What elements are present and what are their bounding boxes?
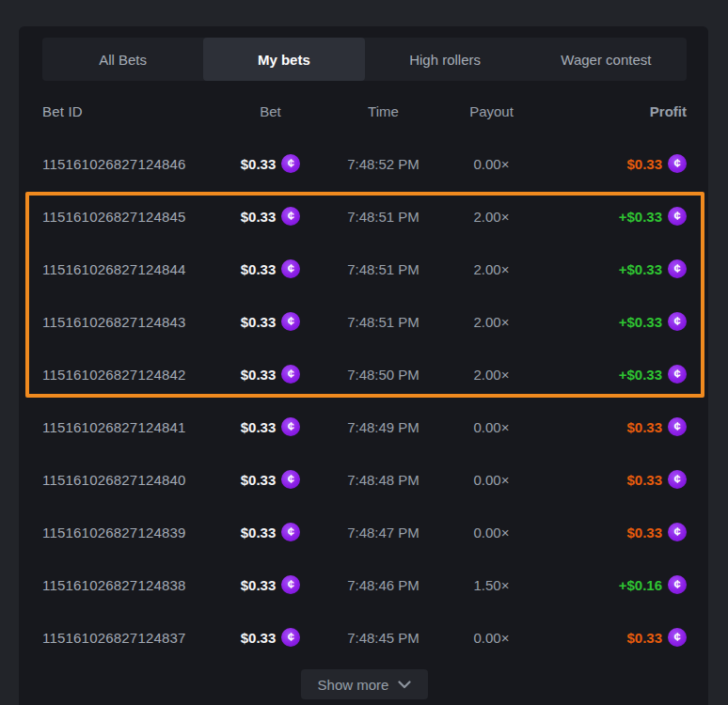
table-header-row: Bet ID Bet Time Payout Profit	[42, 81, 687, 137]
tab-label: My bets	[258, 52, 310, 68]
profit-amount: +$0.33	[619, 261, 662, 277]
table-row[interactable]: 115161026827124841 $0.33 ¢ 7:48:49 PM 0.…	[42, 400, 687, 453]
coin-icon: ¢	[668, 365, 687, 384]
bet-id-cell: 115161026827124840	[42, 472, 221, 488]
bet-amount-cell: $0.33 ¢	[241, 628, 301, 647]
coin-icon: ¢	[668, 470, 687, 489]
bet-amount: $0.33	[241, 419, 277, 435]
bet-id-cell: 115161026827124838	[42, 577, 221, 593]
bet-time-cell: 7:48:46 PM	[347, 577, 419, 593]
bet-id-cell: 115161026827124837	[42, 630, 221, 646]
bet-amount: $0.33	[241, 472, 277, 488]
tab-all-bets[interactable]: All Bets	[42, 38, 203, 81]
profit-cell: $0.33 ¢	[626, 523, 687, 541]
table-row[interactable]: 115161026827124844 $0.33 ¢ 7:48:51 PM 2.…	[42, 243, 687, 295]
bet-id-cell: 115161026827124843	[42, 314, 221, 330]
bet-time-cell: 7:48:52 PM	[347, 156, 419, 172]
bet-time-cell: 7:48:51 PM	[347, 314, 419, 330]
coin-icon: ¢	[281, 523, 300, 541]
table-row[interactable]: 115161026827124837 $0.33 ¢ 7:48:45 PM 0.…	[42, 611, 687, 664]
profit-amount: +$0.16	[619, 577, 662, 593]
table-row[interactable]: 115161026827124838 $0.33 ¢ 7:48:46 PM 1.…	[42, 558, 687, 611]
table-row[interactable]: 115161026827124840 $0.33 ¢ 7:48:48 PM 0.…	[42, 453, 687, 506]
bet-amount-cell: $0.33 ¢	[241, 365, 301, 384]
bet-amount-cell: $0.33 ¢	[241, 154, 301, 173]
table-row[interactable]: 115161026827124843 $0.33 ¢ 7:48:51 PM 2.…	[42, 295, 687, 348]
profit-amount: +$0.33	[619, 314, 662, 330]
chevron-down-icon	[398, 681, 411, 689]
coin-icon: ¢	[281, 417, 300, 436]
coin-icon: ¢	[668, 575, 687, 594]
payout-multiplier-cell: 1.50×	[474, 577, 510, 593]
coin-icon: ¢	[668, 207, 687, 226]
profit-amount: $0.33	[626, 419, 662, 435]
show-more-label: Show more	[318, 677, 389, 693]
payout-multiplier-cell: 0.00×	[474, 419, 510, 435]
table-row[interactable]: 115161026827124839 $0.33 ¢ 7:48:47 PM 0.…	[42, 506, 687, 558]
coin-icon: ¢	[281, 575, 300, 594]
bet-id-cell: 115161026827124844	[42, 261, 221, 277]
payout-multiplier-cell: 2.00×	[474, 314, 510, 330]
profit-amount: +$0.33	[619, 209, 662, 225]
bet-id-cell: 115161026827124841	[42, 419, 221, 435]
table-row[interactable]: 115161026827124846 $0.33 ¢ 7:48:52 PM 0.…	[42, 137, 687, 190]
show-more-container: Show more	[42, 669, 687, 699]
bets-panel: All Bets My bets High rollers Wager cont…	[19, 26, 708, 705]
bet-amount: $0.33	[241, 209, 277, 225]
payout-multiplier-cell: 0.00×	[474, 630, 510, 646]
bet-id-cell: 115161026827124839	[42, 525, 221, 540]
bet-amount-cell: $0.33 ¢	[241, 207, 301, 226]
tab-label: All Bets	[99, 52, 147, 68]
profit-cell: +$0.16 ¢	[619, 575, 687, 594]
bet-time-cell: 7:48:47 PM	[347, 525, 419, 540]
bet-amount-cell: $0.33 ¢	[241, 470, 301, 489]
bet-id-cell: 115161026827124845	[42, 209, 221, 225]
tab-high-rollers[interactable]: High rollers	[365, 38, 526, 81]
coin-icon: ¢	[668, 312, 687, 331]
coin-icon: ¢	[668, 628, 687, 647]
coin-icon: ¢	[281, 259, 300, 278]
profit-amount: +$0.33	[619, 367, 662, 383]
column-header: Profit	[650, 103, 687, 119]
profit-cell: +$0.33 ¢	[619, 207, 687, 226]
coin-icon: ¢	[281, 312, 300, 331]
payout-multiplier-cell: 2.00×	[474, 367, 510, 383]
bet-amount: $0.33	[241, 630, 277, 646]
profit-cell: $0.33 ¢	[626, 154, 687, 173]
bet-amount: $0.33	[241, 314, 277, 330]
bet-amount: $0.33	[241, 367, 277, 383]
profit-cell: +$0.33 ¢	[619, 365, 687, 384]
profit-cell: +$0.33 ¢	[619, 259, 687, 278]
payout-multiplier-cell: 2.00×	[474, 209, 510, 225]
tab-label: Wager contest	[561, 52, 651, 68]
coin-icon: ¢	[281, 628, 300, 647]
column-header: Time	[368, 103, 399, 119]
column-header: Payout	[469, 103, 514, 119]
bet-id-cell: 115161026827124842	[42, 367, 221, 383]
table-row[interactable]: 115161026827124845 $0.33 ¢ 7:48:51 PM 2.…	[42, 190, 687, 243]
profit-cell: $0.33 ¢	[626, 470, 687, 489]
payout-multiplier-cell: 2.00×	[474, 261, 510, 277]
bet-amount-cell: $0.33 ¢	[241, 259, 301, 278]
bet-time-cell: 7:48:51 PM	[347, 209, 419, 225]
profit-amount: $0.33	[626, 525, 662, 540]
bet-amount-cell: $0.33 ¢	[241, 312, 301, 331]
bet-amount: $0.33	[241, 156, 277, 172]
bet-amount: $0.33	[241, 577, 277, 593]
coin-icon: ¢	[281, 207, 300, 226]
show-more-button[interactable]: Show more	[301, 669, 429, 699]
payout-multiplier-cell: 0.00×	[474, 525, 510, 540]
coin-icon: ¢	[281, 470, 300, 489]
tab-my-bets[interactable]: My bets	[203, 38, 364, 81]
tab-wager-contest[interactable]: Wager contest	[526, 38, 687, 81]
bet-amount: $0.33	[241, 261, 277, 277]
profit-amount: $0.33	[626, 156, 662, 172]
bet-time-cell: 7:48:50 PM	[347, 367, 419, 383]
coin-icon: ¢	[668, 259, 687, 278]
coin-icon: ¢	[668, 523, 687, 541]
table-row[interactable]: 115161026827124842 $0.33 ¢ 7:48:50 PM 2.…	[42, 348, 687, 400]
bet-id-cell: 115161026827124846	[42, 156, 221, 172]
column-header: Bet	[260, 103, 281, 119]
bet-amount-cell: $0.33 ¢	[241, 523, 301, 541]
profit-cell: +$0.33 ¢	[619, 312, 687, 331]
